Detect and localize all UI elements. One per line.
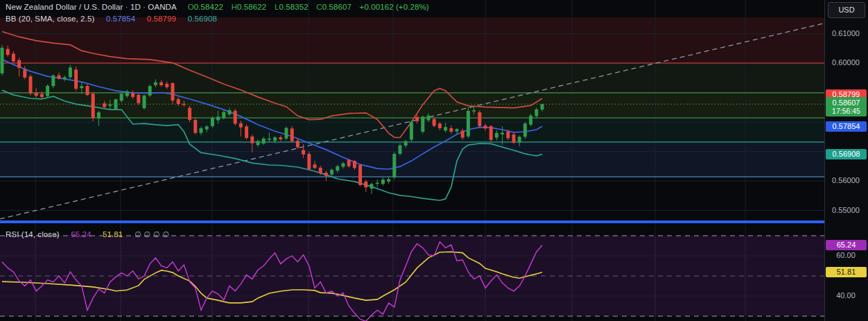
bb-basis-value: 0.57854 xyxy=(106,15,135,23)
rsi-band xyxy=(0,236,825,316)
bb-legend-row[interactable]: BB (20, SMA, close, 2.5) 0.57854 0.58799… xyxy=(6,15,217,23)
symbol-legend-row: New Zealand Dollar / U.S. Dollar · 1D · … xyxy=(6,3,429,11)
price-tick: 0.60000 xyxy=(825,58,867,67)
rsi-ma-value: 51.81 xyxy=(103,230,123,238)
symbol-title[interactable]: New Zealand Dollar / U.S. Dollar xyxy=(6,3,123,11)
close-value: 0.58607 xyxy=(322,3,351,11)
low-value: 0.58352 xyxy=(279,3,308,11)
high-value: 0.58622 xyxy=(237,3,266,11)
close-label: C xyxy=(316,3,322,11)
rsi-legend-row[interactable]: RSI (14, close) 65.24 51.81 ∅ ∅ ∅ ∅ xyxy=(6,229,169,239)
interval-label[interactable]: 1D xyxy=(130,3,141,11)
rsi-value-badge: 65.24 xyxy=(826,240,867,250)
chart-canvas[interactable] xyxy=(0,0,868,321)
bb-lower-value: 0.56908 xyxy=(188,15,217,23)
bb-upper-value: 0.58799 xyxy=(147,15,176,23)
last-price-badge: 0.58607 17:56:45 xyxy=(826,97,867,116)
rsi-title[interactable]: RSI xyxy=(6,230,19,238)
high-label: H xyxy=(232,3,237,11)
tradingview-chart-window: New Zealand Dollar / U.S. Dollar · 1D · … xyxy=(0,0,868,321)
open-value: 0.58422 xyxy=(194,3,223,11)
price-zone xyxy=(0,63,825,93)
rsi-empty-values: ∅ ∅ ∅ ∅ xyxy=(134,230,169,238)
change-value: +0.00162 (+0.28%) xyxy=(360,3,429,11)
price-zone xyxy=(0,17,825,63)
bb-title[interactable]: BB xyxy=(6,15,17,23)
currency-toggle-button[interactable]: USD xyxy=(828,2,865,18)
price-scale[interactable]: USD 0.61000 0.60000 0.56000 0.55000 0.58… xyxy=(824,0,868,321)
bb-basis-badge: 0.57854 xyxy=(826,121,867,132)
price-tick: 0.61000 xyxy=(825,29,867,37)
exchange-label[interactable]: OANDA xyxy=(148,3,176,11)
rsi-value: 65.24 xyxy=(71,230,91,238)
bb-params: (20, SMA, close, 2.5) xyxy=(19,15,94,23)
rsi-tick: 60.00 xyxy=(825,251,867,259)
main-pane xyxy=(0,0,825,220)
rsi-ma-badge: 51.81 xyxy=(826,267,867,277)
price-zone xyxy=(0,93,825,118)
rsi-params: (14, close) xyxy=(21,230,60,238)
open-label: O xyxy=(188,3,194,11)
rsi-tick: 40.00 xyxy=(825,291,867,300)
price-zone xyxy=(0,142,825,177)
bb-lower-badge: 0.56908 xyxy=(826,149,867,159)
price-tick: 0.55000 xyxy=(825,206,867,214)
pane-separator-handle[interactable] xyxy=(0,220,868,223)
price-tick: 0.56000 xyxy=(825,176,867,184)
countdown-timer: 17:56:45 xyxy=(826,107,867,115)
